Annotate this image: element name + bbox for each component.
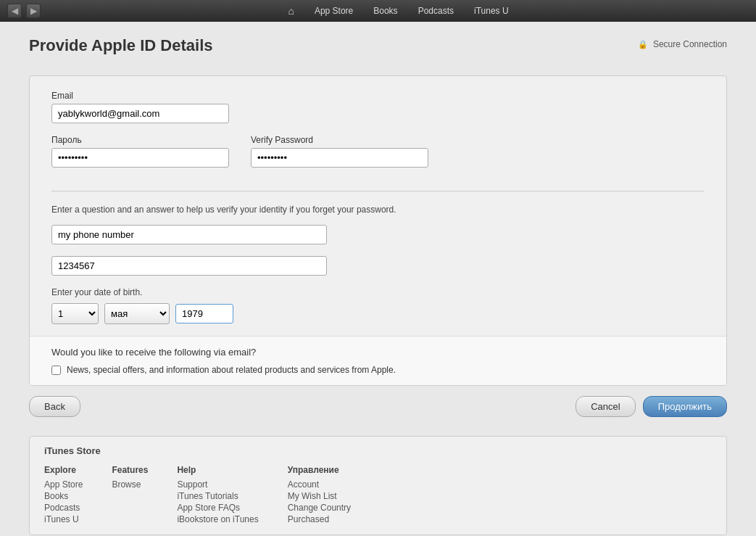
secure-connection-badge: Secure Connection — [638, 39, 727, 49]
dob-label: Enter your date of birth. — [51, 287, 705, 297]
password-row: Пароль Verify Password — [51, 135, 705, 179]
dob-year-input[interactable] — [175, 304, 233, 323]
security-question-input[interactable] — [51, 225, 327, 244]
footer-columns: Explore App Store Books Podcasts iTunes … — [44, 465, 712, 526]
footer-link-podcasts[interactable]: Podcasts — [44, 503, 83, 513]
continue-button[interactable]: Продолжить — [643, 396, 727, 417]
right-buttons: Cancel Продолжить — [576, 396, 727, 417]
footer-link-account[interactable]: Account — [288, 479, 351, 490]
verify-password-label: Verify Password — [251, 135, 428, 145]
security-hint-text: Enter a question and an answer to help u… — [51, 203, 705, 216]
nav-item-books[interactable]: Books — [363, 0, 407, 22]
back-arrow[interactable]: ◀ — [7, 4, 22, 18]
security-answer-input[interactable] — [51, 256, 327, 276]
nav-items: ⌂ App Store Books Podcasts iTunes U — [48, 0, 749, 22]
security-section: Enter a question and an answer to help u… — [51, 203, 705, 276]
footer-link-appstore-faqs[interactable]: App Store FAQs — [177, 503, 258, 513]
main-content: Provide Apple ID Details Secure Connecti… — [0, 22, 756, 536]
footer-col-features: Features Browse — [112, 465, 148, 526]
secure-connection-label: Secure Connection — [653, 39, 727, 49]
footer-link-appstore[interactable]: App Store — [44, 479, 83, 490]
page-header: Provide Apple ID Details Secure Connecti… — [29, 36, 727, 65]
footer-col-help-heading: Help — [177, 465, 258, 475]
lock-icon — [638, 39, 650, 49]
email-label: Email — [51, 91, 705, 101]
email-section: Email — [51, 91, 705, 123]
footer-link-wishlist[interactable]: My Wish List — [288, 491, 351, 501]
buttons-row: Back Cancel Продолжить — [29, 396, 727, 429]
footer-col-explore-heading: Explore — [44, 465, 83, 475]
newsletter-checkbox[interactable] — [51, 366, 61, 375]
email-input[interactable] — [51, 104, 229, 123]
footer-link-ibookstore[interactable]: iBookstore on iTunes — [177, 514, 258, 524]
dob-row: 1 2 3 4 5 6 7 8 9 10 11 12 13 14 — [51, 303, 705, 324]
dob-day-select[interactable]: 1 2 3 4 5 6 7 8 9 10 11 12 13 14 — [51, 303, 99, 324]
footer-col-features-heading: Features — [112, 465, 148, 475]
section-divider — [51, 191, 705, 191]
dob-section: Enter your date of birth. 1 2 3 4 5 6 7 … — [51, 287, 705, 324]
form-top-section: Email Пароль Verify Password Enter a que… — [30, 76, 726, 336]
footer-link-support[interactable]: Support — [177, 479, 258, 490]
newsletter-checkbox-row: News, special offers, and information ab… — [51, 365, 705, 375]
back-button[interactable]: Back — [29, 396, 80, 417]
newsletter-label[interactable]: News, special offers, and information ab… — [67, 365, 396, 375]
footer-link-change-country[interactable]: Change Country — [288, 503, 351, 513]
footer-link-purchased[interactable]: Purchased — [288, 514, 351, 524]
footer-panel: iTunes Store Explore App Store Books Pod… — [29, 436, 727, 535]
footer-link-itunes-tutorials[interactable]: iTunes Tutorials — [177, 491, 258, 501]
footer-col-explore: Explore App Store Books Podcasts iTunes … — [44, 465, 83, 526]
footer-link-books[interactable]: Books — [44, 491, 83, 501]
footer-col-help: Help Support iTunes Tutorials App Store … — [177, 465, 258, 526]
nav-item-itunes-u[interactable]: iTunes U — [464, 0, 519, 22]
verify-password-input[interactable] — [251, 148, 428, 168]
footer-link-browse[interactable]: Browse — [112, 479, 148, 490]
nav-item-podcasts[interactable]: Podcasts — [408, 0, 464, 22]
forward-arrow[interactable]: ▶ — [26, 4, 41, 18]
footer-col-manage: Управление Account My Wish List Change C… — [288, 465, 351, 526]
cancel-button[interactable]: Cancel — [576, 396, 635, 417]
page-title: Provide Apple ID Details — [29, 36, 212, 55]
dob-month-select[interactable]: января февраля марта апреля мая июня июл… — [104, 303, 170, 324]
footer-link-itunes-u[interactable]: iTunes U — [44, 514, 83, 524]
prefs-title: Would you like to receive the following … — [51, 347, 705, 358]
nav-arrows: ◀ ▶ — [7, 4, 41, 18]
nav-item-appstore[interactable]: App Store — [304, 0, 363, 22]
form-panel: Email Пароль Verify Password Enter a que… — [29, 75, 727, 386]
home-nav-item[interactable]: ⌂ — [278, 5, 304, 17]
email-prefs-section: Would you like to receive the following … — [30, 336, 726, 385]
password-section: Пароль — [51, 135, 229, 168]
password-label: Пароль — [51, 135, 229, 145]
footer-col-manage-heading: Управление — [288, 465, 351, 475]
footer-title: iTunes Store — [44, 445, 712, 456]
top-navigation: ◀ ▶ ⌂ App Store Books Podcasts iTunes U — [0, 0, 756, 22]
password-input[interactable] — [51, 148, 229, 168]
verify-password-section: Verify Password — [251, 135, 428, 168]
